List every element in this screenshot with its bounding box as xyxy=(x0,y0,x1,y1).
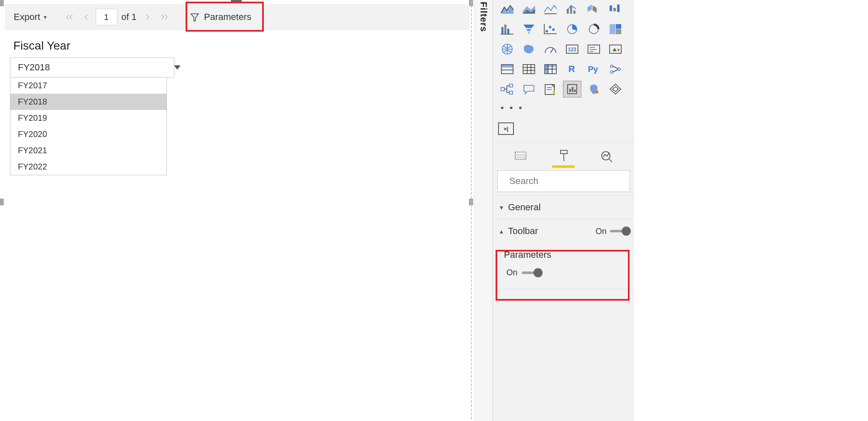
svg-text:Py: Py xyxy=(588,65,598,74)
dropdown-selected-value[interactable]: FY2018 xyxy=(10,57,174,77)
decomposition-tree-icon[interactable] xyxy=(498,81,516,97)
svg-point-50 xyxy=(553,91,555,94)
parameters-button-label: Parameters xyxy=(204,12,251,22)
general-section: ▾ General xyxy=(493,196,634,219)
dropdown-item[interactable]: FY2021 xyxy=(10,142,166,159)
prev-page-button[interactable] xyxy=(79,10,93,24)
svg-rect-58 xyxy=(515,152,526,159)
toggle-switch-icon xyxy=(522,272,540,274)
format-accordion: ▾ General ▴ Toolbar On Parameters On xyxy=(493,195,634,289)
r-visual-icon[interactable]: R xyxy=(563,61,581,77)
svg-rect-1 xyxy=(570,6,572,14)
svg-rect-16 xyxy=(616,29,621,34)
svg-rect-2 xyxy=(573,10,575,14)
area-chart-icon[interactable] xyxy=(498,1,516,17)
toolbar-toggle[interactable]: On xyxy=(595,227,628,236)
dropdown-item[interactable]: FY2018 xyxy=(10,94,166,110)
svg-point-45 xyxy=(618,68,620,70)
parameters-property-label: Parameters xyxy=(504,249,626,260)
last-page-button[interactable] xyxy=(157,10,171,24)
table-icon[interactable] xyxy=(520,61,538,77)
pie-chart-icon[interactable] xyxy=(563,21,581,37)
toolbar-section-header[interactable]: ▴ Toolbar On xyxy=(493,219,634,243)
key-influencers-icon[interactable] xyxy=(606,61,625,77)
gauge-icon[interactable] xyxy=(541,41,560,57)
qa-visual-icon[interactable] xyxy=(520,81,538,97)
power-apps-icon[interactable] xyxy=(606,81,625,97)
svg-rect-4 xyxy=(613,8,616,11)
page-of-label: of 1 xyxy=(122,12,137,22)
multi-row-card-icon[interactable] xyxy=(585,41,603,57)
export-label: Export xyxy=(14,12,40,22)
treemap-icon[interactable] xyxy=(606,21,625,37)
svg-rect-28 xyxy=(501,65,513,67)
svg-point-11 xyxy=(552,28,555,31)
format-search-input[interactable] xyxy=(508,175,625,187)
card-icon[interactable]: 123 xyxy=(563,41,581,57)
general-label: General xyxy=(508,202,541,213)
first-page-button[interactable] xyxy=(62,10,77,24)
chevron-down-icon: ▾ xyxy=(44,14,47,20)
python-visual-icon[interactable]: Py xyxy=(585,61,603,77)
funnel-chart-icon[interactable] xyxy=(520,21,538,37)
canvas-right-border xyxy=(471,1,472,419)
paginated-report-icon[interactable] xyxy=(563,81,581,97)
arcgis-map-icon[interactable] xyxy=(585,81,603,97)
parameters-toggle[interactable]: On xyxy=(506,268,626,277)
combo-chart-icon[interactable] xyxy=(563,1,581,17)
dropdown-item[interactable]: FY2022 xyxy=(10,159,166,175)
kpi-icon[interactable]: ▼ xyxy=(606,41,625,57)
format-tab[interactable] xyxy=(555,147,572,164)
scatter-chart-icon[interactable] xyxy=(541,21,560,37)
value-field-icon[interactable]: ×| xyxy=(498,122,514,135)
dropdown-item[interactable]: FY2020 xyxy=(10,126,166,142)
fields-tab[interactable] xyxy=(512,147,529,164)
clustered-column-chart-icon[interactable] xyxy=(498,21,516,37)
svg-point-10 xyxy=(549,26,551,28)
resize-handle-ml[interactable] xyxy=(0,199,4,205)
resize-handle-tm[interactable] xyxy=(231,0,242,3)
more-visuals-button[interactable]: • • • xyxy=(493,101,634,119)
filled-map-icon[interactable] xyxy=(520,41,538,57)
waterfall-chart-icon[interactable] xyxy=(606,1,625,17)
svg-text:▼: ▼ xyxy=(617,48,620,52)
parameter-label: Fiscal Year xyxy=(13,39,468,52)
matrix-icon[interactable] xyxy=(541,61,560,77)
map-icon[interactable] xyxy=(498,41,516,57)
svg-rect-55 xyxy=(572,87,573,92)
filters-pane-collapsed[interactable]: Filters xyxy=(474,0,493,421)
resize-handle-tl[interactable] xyxy=(0,0,4,6)
svg-text:123: 123 xyxy=(568,47,576,52)
slicer-icon[interactable] xyxy=(498,61,516,77)
svg-rect-61 xyxy=(560,150,567,154)
svg-point-44 xyxy=(610,71,613,73)
chevron-up-icon: ▴ xyxy=(500,227,503,235)
report-visual-frame[interactable]: Export ▾ of 1 Paramete xyxy=(1,1,472,419)
page-number-input[interactable] xyxy=(96,9,117,25)
dropdown-item[interactable]: FY2017 xyxy=(10,77,166,94)
fiscal-year-dropdown[interactable]: FY2018 FY2017FY2018FY2019FY2020FY2021FY2… xyxy=(10,57,174,175)
value-field-icon-text: ×| xyxy=(503,126,508,132)
svg-point-63 xyxy=(602,152,610,160)
svg-rect-14 xyxy=(610,24,615,34)
smart-narrative-icon[interactable] xyxy=(541,81,560,97)
format-search-box[interactable] xyxy=(497,170,630,192)
caret-down-icon xyxy=(174,65,181,70)
ribbon-chart-icon[interactable] xyxy=(585,1,603,17)
donut-chart-icon[interactable] xyxy=(585,21,603,37)
dropdown-item[interactable]: FY2019 xyxy=(10,110,166,126)
analytics-tab[interactable] xyxy=(598,147,615,164)
svg-rect-6 xyxy=(501,27,503,34)
svg-point-57 xyxy=(595,90,598,94)
svg-rect-48 xyxy=(509,91,513,94)
export-button[interactable]: Export ▾ xyxy=(10,10,50,24)
svg-rect-21 xyxy=(588,45,600,53)
visualizations-pane: 123 ▼ R Py • • • ×| xyxy=(493,0,634,421)
line-chart-icon[interactable] xyxy=(541,1,560,17)
svg-rect-8 xyxy=(507,29,509,34)
parameters-button[interactable]: Parameters xyxy=(184,9,257,25)
funnel-icon xyxy=(190,12,200,22)
general-header[interactable]: ▾ General xyxy=(493,196,634,219)
stacked-area-chart-icon[interactable] xyxy=(520,1,538,17)
next-page-button[interactable] xyxy=(141,10,155,24)
